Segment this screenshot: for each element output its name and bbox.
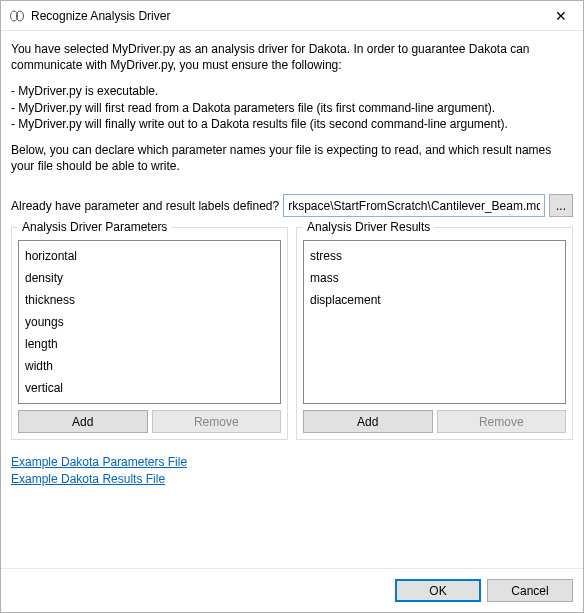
list-item[interactable]: youngs — [21, 311, 278, 333]
list-item[interactable]: horizontal — [21, 245, 278, 267]
list-item[interactable]: stress — [306, 245, 563, 267]
example-params-link[interactable]: Example Dakota Parameters File — [11, 455, 187, 469]
list-item[interactable]: mass — [306, 267, 563, 289]
parameters-panel-title: Analysis Driver Parameters — [18, 220, 171, 234]
panels-row: Analysis Driver Parameters horizontal de… — [11, 227, 573, 440]
intro-paragraph-2: Below, you can declare which parameter n… — [11, 142, 573, 174]
bullet-item: - MyDriver.py will first read from a Dak… — [11, 100, 573, 116]
list-item[interactable]: density — [21, 267, 278, 289]
definition-label: Already have parameter and result labels… — [11, 199, 279, 213]
example-results-link[interactable]: Example Dakota Results File — [11, 472, 165, 486]
parameters-add-button[interactable]: Add — [18, 410, 148, 433]
bullet-item: - MyDriver.py will finally write out to … — [11, 116, 573, 132]
intro-bullets: - MyDriver.py is executable. - MyDriver.… — [11, 83, 573, 132]
example-links: Example Dakota Parameters File Example D… — [11, 452, 573, 489]
intro-text: You have selected MyDriver.py as an anal… — [11, 41, 573, 184]
cancel-button[interactable]: Cancel — [487, 579, 573, 602]
titlebar: Recognize Analysis Driver ✕ — [1, 1, 583, 31]
parameters-remove-button: Remove — [152, 410, 282, 433]
definition-path-input[interactable] — [283, 194, 545, 217]
results-buttons: Add Remove — [303, 410, 566, 433]
app-icon — [9, 8, 25, 24]
list-item[interactable]: width — [21, 355, 278, 377]
close-button[interactable]: ✕ — [538, 1, 583, 30]
window-title: Recognize Analysis Driver — [31, 9, 538, 23]
dialog-window: Recognize Analysis Driver ✕ You have sel… — [0, 0, 584, 613]
results-remove-button: Remove — [437, 410, 567, 433]
content-area: You have selected MyDriver.py as an anal… — [1, 31, 583, 568]
parameters-buttons: Add Remove — [18, 410, 281, 433]
list-item[interactable]: displacement — [306, 289, 563, 311]
parameters-panel: Analysis Driver Parameters horizontal de… — [11, 227, 288, 440]
results-panel: Analysis Driver Results stress mass disp… — [296, 227, 573, 440]
close-icon: ✕ — [555, 8, 567, 24]
ok-button[interactable]: OK — [395, 579, 481, 602]
list-item[interactable]: vertical — [21, 377, 278, 399]
browse-button[interactable]: ... — [549, 194, 573, 217]
parameters-listbox[interactable]: horizontal density thickness youngs leng… — [18, 240, 281, 404]
results-add-button[interactable]: Add — [303, 410, 433, 433]
list-item[interactable]: length — [21, 333, 278, 355]
results-listbox[interactable]: stress mass displacement — [303, 240, 566, 404]
intro-paragraph-1: You have selected MyDriver.py as an anal… — [11, 41, 573, 73]
definition-row: Already have parameter and result labels… — [11, 194, 573, 217]
bullet-item: - MyDriver.py is executable. — [11, 83, 573, 99]
list-item[interactable]: thickness — [21, 289, 278, 311]
results-panel-title: Analysis Driver Results — [303, 220, 434, 234]
dialog-footer: OK Cancel — [1, 568, 583, 612]
